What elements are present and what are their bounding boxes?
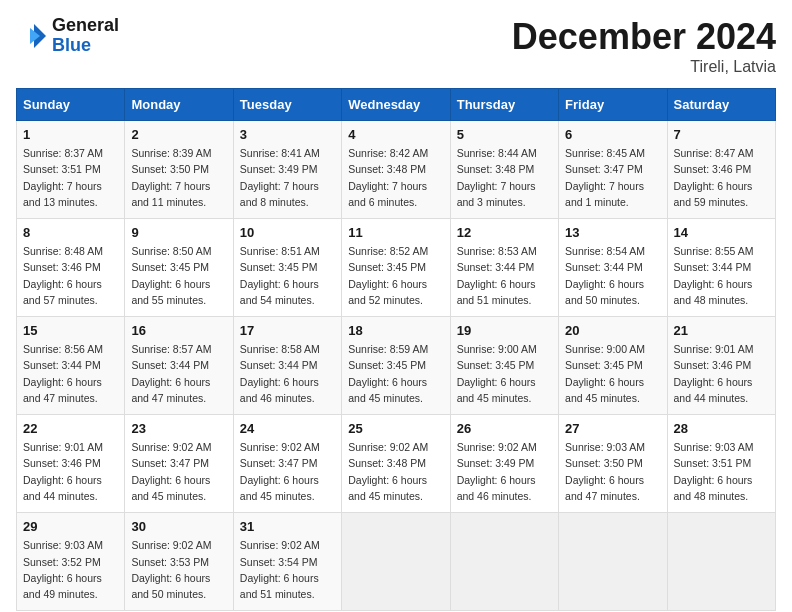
day-info: Sunrise: 8:55 AM Sunset: 3:44 PM Dayligh… — [674, 243, 769, 308]
day-number: 28 — [674, 421, 769, 436]
day-info: Sunrise: 9:02 AM Sunset: 3:47 PM Dayligh… — [240, 439, 335, 504]
day-info: Sunrise: 9:02 AM Sunset: 3:53 PM Dayligh… — [131, 537, 226, 602]
day-info: Sunrise: 9:02 AM Sunset: 3:47 PM Dayligh… — [131, 439, 226, 504]
calendar-week-4: 22 Sunrise: 9:01 AM Sunset: 3:46 PM Dayl… — [17, 415, 776, 513]
month-title: December 2024 — [512, 16, 776, 58]
day-info: Sunrise: 8:54 AM Sunset: 3:44 PM Dayligh… — [565, 243, 660, 308]
day-info: Sunrise: 8:50 AM Sunset: 3:45 PM Dayligh… — [131, 243, 226, 308]
calendar-cell: 5 Sunrise: 8:44 AM Sunset: 3:48 PM Dayli… — [450, 121, 558, 219]
calendar-cell: 12 Sunrise: 8:53 AM Sunset: 3:44 PM Dayl… — [450, 219, 558, 317]
day-number: 6 — [565, 127, 660, 142]
logo: General Blue — [16, 16, 119, 56]
day-number: 15 — [23, 323, 118, 338]
calendar-cell: 13 Sunrise: 8:54 AM Sunset: 3:44 PM Dayl… — [559, 219, 667, 317]
day-info: Sunrise: 8:45 AM Sunset: 3:47 PM Dayligh… — [565, 145, 660, 210]
day-number: 31 — [240, 519, 335, 534]
day-number: 21 — [674, 323, 769, 338]
day-info: Sunrise: 8:48 AM Sunset: 3:46 PM Dayligh… — [23, 243, 118, 308]
day-info: Sunrise: 8:58 AM Sunset: 3:44 PM Dayligh… — [240, 341, 335, 406]
calendar-cell: 17 Sunrise: 8:58 AM Sunset: 3:44 PM Dayl… — [233, 317, 341, 415]
day-info: Sunrise: 8:52 AM Sunset: 3:45 PM Dayligh… — [348, 243, 443, 308]
calendar-cell: 21 Sunrise: 9:01 AM Sunset: 3:46 PM Dayl… — [667, 317, 775, 415]
day-number: 30 — [131, 519, 226, 534]
day-info: Sunrise: 8:42 AM Sunset: 3:48 PM Dayligh… — [348, 145, 443, 210]
col-header-monday: Monday — [125, 89, 233, 121]
day-info: Sunrise: 8:44 AM Sunset: 3:48 PM Dayligh… — [457, 145, 552, 210]
day-number: 17 — [240, 323, 335, 338]
col-header-saturday: Saturday — [667, 89, 775, 121]
calendar-cell: 23 Sunrise: 9:02 AM Sunset: 3:47 PM Dayl… — [125, 415, 233, 513]
day-info: Sunrise: 9:03 AM Sunset: 3:52 PM Dayligh… — [23, 537, 118, 602]
day-number: 12 — [457, 225, 552, 240]
day-number: 5 — [457, 127, 552, 142]
calendar-week-2: 8 Sunrise: 8:48 AM Sunset: 3:46 PM Dayli… — [17, 219, 776, 317]
calendar-cell: 8 Sunrise: 8:48 AM Sunset: 3:46 PM Dayli… — [17, 219, 125, 317]
calendar-week-1: 1 Sunrise: 8:37 AM Sunset: 3:51 PM Dayli… — [17, 121, 776, 219]
page-header: General Blue December 2024 Tireli, Latvi… — [16, 16, 776, 76]
calendar-cell: 29 Sunrise: 9:03 AM Sunset: 3:52 PM Dayl… — [17, 513, 125, 611]
day-number: 11 — [348, 225, 443, 240]
day-info: Sunrise: 8:56 AM Sunset: 3:44 PM Dayligh… — [23, 341, 118, 406]
col-header-tuesday: Tuesday — [233, 89, 341, 121]
day-number: 8 — [23, 225, 118, 240]
logo-icon — [16, 20, 48, 52]
calendar-cell: 26 Sunrise: 9:02 AM Sunset: 3:49 PM Dayl… — [450, 415, 558, 513]
day-info: Sunrise: 8:47 AM Sunset: 3:46 PM Dayligh… — [674, 145, 769, 210]
calendar-cell — [450, 513, 558, 611]
day-info: Sunrise: 9:01 AM Sunset: 3:46 PM Dayligh… — [674, 341, 769, 406]
day-number: 9 — [131, 225, 226, 240]
calendar-cell: 14 Sunrise: 8:55 AM Sunset: 3:44 PM Dayl… — [667, 219, 775, 317]
day-number: 22 — [23, 421, 118, 436]
logo-line1: General — [52, 16, 119, 36]
day-info: Sunrise: 9:02 AM Sunset: 3:54 PM Dayligh… — [240, 537, 335, 602]
day-info: Sunrise: 8:39 AM Sunset: 3:50 PM Dayligh… — [131, 145, 226, 210]
day-info: Sunrise: 9:00 AM Sunset: 3:45 PM Dayligh… — [565, 341, 660, 406]
location-subtitle: Tireli, Latvia — [512, 58, 776, 76]
day-number: 16 — [131, 323, 226, 338]
calendar-cell: 7 Sunrise: 8:47 AM Sunset: 3:46 PM Dayli… — [667, 121, 775, 219]
calendar-cell: 2 Sunrise: 8:39 AM Sunset: 3:50 PM Dayli… — [125, 121, 233, 219]
calendar-cell: 19 Sunrise: 9:00 AM Sunset: 3:45 PM Dayl… — [450, 317, 558, 415]
day-number: 27 — [565, 421, 660, 436]
calendar-cell: 3 Sunrise: 8:41 AM Sunset: 3:49 PM Dayli… — [233, 121, 341, 219]
day-info: Sunrise: 9:00 AM Sunset: 3:45 PM Dayligh… — [457, 341, 552, 406]
day-info: Sunrise: 9:02 AM Sunset: 3:49 PM Dayligh… — [457, 439, 552, 504]
day-info: Sunrise: 9:03 AM Sunset: 3:50 PM Dayligh… — [565, 439, 660, 504]
calendar-week-3: 15 Sunrise: 8:56 AM Sunset: 3:44 PM Dayl… — [17, 317, 776, 415]
col-header-wednesday: Wednesday — [342, 89, 450, 121]
calendar-cell: 16 Sunrise: 8:57 AM Sunset: 3:44 PM Dayl… — [125, 317, 233, 415]
day-number: 25 — [348, 421, 443, 436]
day-info: Sunrise: 9:03 AM Sunset: 3:51 PM Dayligh… — [674, 439, 769, 504]
calendar-cell: 11 Sunrise: 8:52 AM Sunset: 3:45 PM Dayl… — [342, 219, 450, 317]
day-number: 13 — [565, 225, 660, 240]
day-number: 14 — [674, 225, 769, 240]
logo-line2: Blue — [52, 36, 119, 56]
calendar-cell: 24 Sunrise: 9:02 AM Sunset: 3:47 PM Dayl… — [233, 415, 341, 513]
day-info: Sunrise: 9:02 AM Sunset: 3:48 PM Dayligh… — [348, 439, 443, 504]
day-info: Sunrise: 8:59 AM Sunset: 3:45 PM Dayligh… — [348, 341, 443, 406]
day-number: 29 — [23, 519, 118, 534]
day-info: Sunrise: 8:51 AM Sunset: 3:45 PM Dayligh… — [240, 243, 335, 308]
day-number: 4 — [348, 127, 443, 142]
day-info: Sunrise: 8:37 AM Sunset: 3:51 PM Dayligh… — [23, 145, 118, 210]
day-number: 1 — [23, 127, 118, 142]
calendar-cell: 10 Sunrise: 8:51 AM Sunset: 3:45 PM Dayl… — [233, 219, 341, 317]
calendar-cell: 15 Sunrise: 8:56 AM Sunset: 3:44 PM Dayl… — [17, 317, 125, 415]
calendar-cell: 28 Sunrise: 9:03 AM Sunset: 3:51 PM Dayl… — [667, 415, 775, 513]
calendar-cell: 25 Sunrise: 9:02 AM Sunset: 3:48 PM Dayl… — [342, 415, 450, 513]
col-header-thursday: Thursday — [450, 89, 558, 121]
calendar-cell: 4 Sunrise: 8:42 AM Sunset: 3:48 PM Dayli… — [342, 121, 450, 219]
calendar-cell: 27 Sunrise: 9:03 AM Sunset: 3:50 PM Dayl… — [559, 415, 667, 513]
day-number: 7 — [674, 127, 769, 142]
day-info: Sunrise: 8:41 AM Sunset: 3:49 PM Dayligh… — [240, 145, 335, 210]
day-number: 3 — [240, 127, 335, 142]
day-info: Sunrise: 8:53 AM Sunset: 3:44 PM Dayligh… — [457, 243, 552, 308]
calendar-table: SundayMondayTuesdayWednesdayThursdayFrid… — [16, 88, 776, 611]
day-number: 23 — [131, 421, 226, 436]
calendar-cell — [667, 513, 775, 611]
calendar-cell: 1 Sunrise: 8:37 AM Sunset: 3:51 PM Dayli… — [17, 121, 125, 219]
day-number: 19 — [457, 323, 552, 338]
calendar-cell: 20 Sunrise: 9:00 AM Sunset: 3:45 PM Dayl… — [559, 317, 667, 415]
calendar-week-5: 29 Sunrise: 9:03 AM Sunset: 3:52 PM Dayl… — [17, 513, 776, 611]
day-number: 26 — [457, 421, 552, 436]
